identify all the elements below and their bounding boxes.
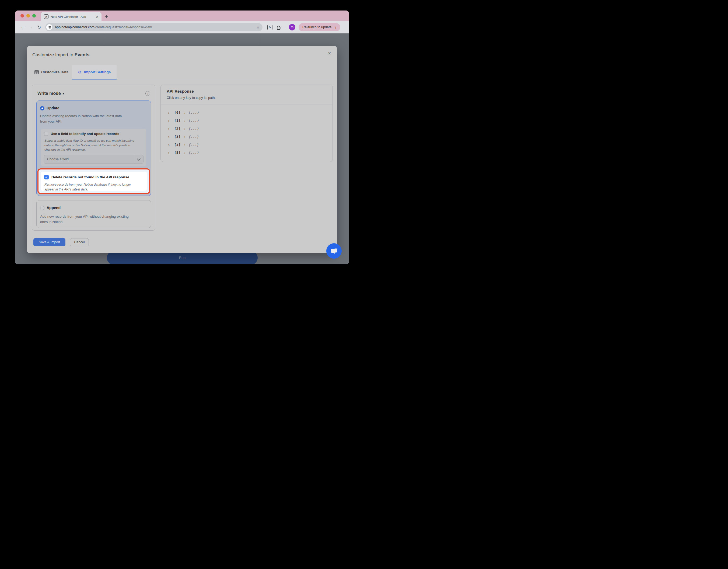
json-row[interactable]: ›[1]:{...} [168, 117, 327, 125]
browser-menu-icon[interactable]: ⋮ [334, 25, 338, 29]
modal-title: Customize Import to Events [32, 52, 90, 58]
customize-import-modal: Customize Import to Events × Customize D… [27, 46, 337, 253]
page-viewport: Run Customize Import to Events × Customi… [15, 33, 349, 264]
url-domain: app.noteapiconnector.com [55, 25, 95, 29]
close-tab-icon[interactable]: × [96, 15, 98, 19]
api-response-title: API Response [167, 89, 194, 93]
forward-icon: → [27, 25, 35, 30]
update-radio-selected[interactable] [40, 106, 44, 110]
append-description: Add new records from your API without ch… [40, 214, 148, 225]
delete-label: Delete records not found in the API resp… [51, 175, 129, 179]
write-mode-label: Write mode [37, 91, 61, 96]
minimize-window-button[interactable] [26, 14, 30, 18]
field-select-placeholder: Choose a field... [47, 157, 134, 161]
tab-customize-data[interactable]: Customize Data [32, 65, 71, 79]
api-response-panel: API Response Click on any key to copy it… [160, 85, 333, 162]
save-import-button[interactable]: Save & Import [33, 238, 65, 246]
gear-icon: ⚙ [78, 70, 82, 74]
url-path: /create-request?modal=response-view [95, 25, 152, 29]
expand-chevron-icon[interactable]: › [168, 142, 173, 147]
tab-strip: A Note API Connector - App × + [15, 11, 349, 21]
api-response-subtitle: Click on any key to copy its path. [167, 96, 216, 100]
maximize-window-button[interactable] [32, 14, 36, 18]
browser-tab[interactable]: A Note API Connector - App × [41, 12, 101, 21]
tab-import-settings-label: Import Settings [84, 70, 111, 74]
identify-checkbox-unchecked[interactable] [44, 132, 48, 136]
delete-checkbox-checked[interactable]: ✓ [44, 175, 49, 179]
update-description: Update existing records in Notion with t… [40, 113, 148, 124]
delete-option-card[interactable]: ✓ Delete records not found in the API re… [41, 172, 147, 191]
profile-avatar[interactable]: m [289, 24, 295, 30]
panel-divider [161, 104, 333, 105]
modal-title-prefix: Customize Import to [32, 52, 75, 57]
field-select-dropdown[interactable]: Choose a field... [44, 155, 143, 164]
identify-description: Select a stable field (like ID or email)… [44, 138, 144, 152]
expand-chevron-icon[interactable]: › [168, 150, 173, 155]
update-label: Update [47, 106, 59, 110]
expand-chevron-icon[interactable]: › [168, 118, 173, 123]
append-label: Append [47, 205, 61, 210]
chat-bubble-icon [330, 247, 338, 254]
tab-import-settings[interactable]: ⚙ Import Settings [72, 65, 117, 79]
info-icon[interactable]: i [145, 91, 150, 96]
expand-chevron-icon[interactable]: › [168, 126, 173, 131]
append-option-card[interactable]: Append Add new records from your API wit… [36, 200, 151, 228]
screenshot-canvas: A Note API Connector - App × + ← → ↻ app… [0, 0, 364, 284]
bookmark-star-icon[interactable]: ☆ [256, 25, 260, 30]
caret-down-icon: ▾ [63, 92, 64, 95]
append-radio-unselected[interactable] [40, 206, 44, 210]
chat-fab-button[interactable] [326, 243, 342, 258]
modal-tab-bar: Customize Data ⚙ Import Settings [27, 65, 337, 79]
new-tab-button[interactable]: + [105, 12, 108, 21]
write-mode-panel: Write mode ▾ i Update Update existing re… [32, 85, 155, 230]
relaunch-label: Relaunch to update [302, 25, 331, 29]
address-bar[interactable]: app.noteapiconnector.com/create-request?… [45, 23, 263, 31]
identify-field-card: Use a field to identify and update recor… [41, 129, 146, 166]
reload-icon[interactable]: ↻ [35, 25, 43, 30]
expand-chevron-icon[interactable]: › [168, 110, 173, 115]
tab-favicon-icon: A [44, 14, 48, 19]
cancel-button[interactable]: Cancel [70, 238, 89, 246]
json-row[interactable]: ›[5]:{...} [168, 149, 327, 157]
dropdown-chevron-button[interactable] [134, 155, 143, 163]
tab-title: Note API Connector - App [51, 15, 94, 18]
json-row[interactable]: ›[3]:{...} [168, 132, 327, 141]
update-option-card[interactable]: Update Update existing records in Notion… [36, 100, 151, 196]
modal-title-target: Events [75, 52, 90, 57]
expand-chevron-icon[interactable]: › [168, 134, 173, 139]
relaunch-to-update-button[interactable]: Relaunch to update ⋮ [299, 23, 340, 31]
fx-extension-icon[interactable]: fx [267, 25, 272, 30]
browser-window: A Note API Connector - App × + ← → ↻ app… [15, 11, 349, 264]
close-modal-icon[interactable]: × [328, 50, 331, 56]
delete-option-highlight: ✓ Delete records not found in the API re… [37, 168, 150, 194]
delete-description: Remove records from your Notion database… [44, 182, 147, 192]
write-mode-header[interactable]: Write mode ▾ i [37, 89, 150, 98]
window-controls [20, 14, 36, 18]
json-row[interactable]: ›[4]:{...} [168, 141, 327, 149]
back-icon[interactable]: ← [19, 25, 27, 30]
chevron-down-icon [137, 157, 141, 160]
url-text[interactable]: app.noteapiconnector.com/create-request?… [55, 25, 254, 29]
close-window-button[interactable] [20, 14, 24, 18]
json-row[interactable]: ›[0]:{...} [168, 109, 327, 117]
extensions-puzzle-icon[interactable] [276, 25, 281, 30]
json-row[interactable]: ›[2]:{...} [168, 125, 327, 133]
identify-label: Use a field to identify and update recor… [51, 132, 119, 136]
browser-toolbar: ← → ↻ app.noteapiconnector.com/create-re… [15, 21, 349, 33]
tab-customize-data-label: Customize Data [41, 70, 68, 74]
json-rows: ›[0]:{...} ›[1]:{...} ›[2]:{...} ›[3]:{.… [168, 109, 327, 157]
table-icon [34, 70, 39, 74]
site-settings-icon[interactable] [46, 24, 52, 30]
